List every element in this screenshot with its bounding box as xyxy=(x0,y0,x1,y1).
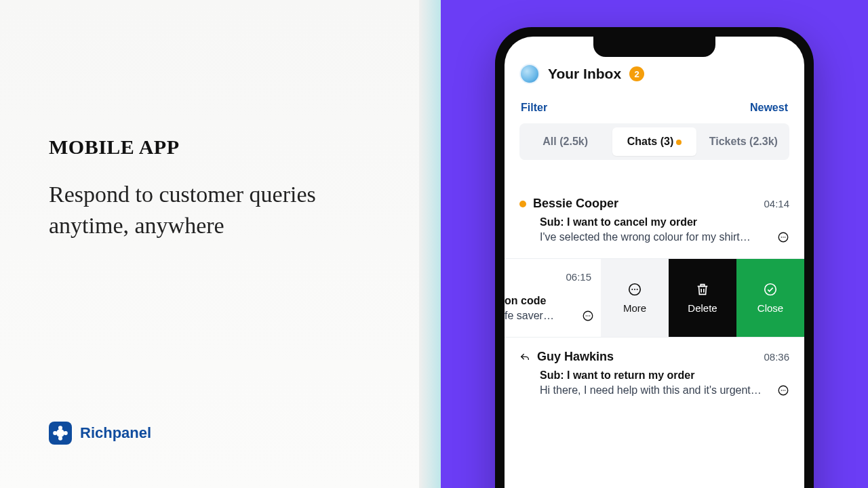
list-item[interactable]: Bessie Cooper 04:14 Sub: I want to cance… xyxy=(505,184,804,258)
page-title: Your Inbox xyxy=(548,66,621,82)
svg-point-12 xyxy=(589,315,591,317)
svg-point-1 xyxy=(59,426,62,429)
swipe-actions: More Delete Close xyxy=(601,259,804,337)
panel-divider xyxy=(419,0,441,488)
list-item[interactable]: Guy Hawkins 08:36 Sub: I want to return … xyxy=(505,337,804,411)
reply-icon xyxy=(519,352,530,363)
brand: Richpanel xyxy=(49,422,151,445)
sort-button[interactable]: Newest xyxy=(750,102,788,114)
check-circle-icon xyxy=(763,282,778,297)
device-panel: Your Inbox 2 Filter Newest All (2.5k) Ch… xyxy=(441,0,868,488)
svg-point-4 xyxy=(54,432,56,434)
svg-point-19 xyxy=(781,390,783,391)
conversation-list: Bessie Cooper 04:14 Sub: I want to cance… xyxy=(505,184,804,411)
delete-label: Delete xyxy=(688,302,717,314)
avatar[interactable] xyxy=(519,64,540,84)
status-dot-icon xyxy=(676,140,682,145)
tab-chats-label: Chats (3) xyxy=(627,136,673,147)
subject: Sub: I want to cancel my order xyxy=(519,216,789,228)
svg-point-8 xyxy=(785,237,786,238)
phone-frame: Your Inbox 2 Filter Newest All (2.5k) Ch… xyxy=(495,27,814,488)
unread-badge: 2 xyxy=(629,66,644,81)
brand-name: Richpanel xyxy=(80,424,151,442)
svg-point-16 xyxy=(637,289,638,290)
trash-icon xyxy=(695,282,710,297)
svg-point-15 xyxy=(634,289,635,290)
chat-icon xyxy=(582,310,594,322)
timestamp: 04:14 xyxy=(764,198,789,209)
delete-button[interactable]: Delete xyxy=(669,259,736,337)
headline: Respond to customer queries anytime, any… xyxy=(49,179,370,241)
tab-all[interactable]: All (2.5k) xyxy=(524,127,607,156)
sender-name: Bessie Cooper xyxy=(533,197,757,211)
svg-point-7 xyxy=(783,237,784,238)
more-icon xyxy=(627,282,642,297)
svg-point-14 xyxy=(631,289,633,290)
subject: on code xyxy=(505,295,594,307)
svg-point-21 xyxy=(785,390,786,391)
close-label: Close xyxy=(757,302,783,314)
timestamp: 08:36 xyxy=(764,351,789,363)
more-button[interactable]: More xyxy=(601,259,669,337)
svg-point-6 xyxy=(781,237,783,238)
svg-point-20 xyxy=(783,390,784,391)
tab-chats[interactable]: Chats (3) xyxy=(612,127,696,156)
sender-name: Guy Hawkins xyxy=(537,350,757,364)
svg-point-11 xyxy=(587,315,589,317)
timestamp: 06:15 xyxy=(566,271,591,283)
svg-point-17 xyxy=(765,284,776,296)
filter-button[interactable]: Filter xyxy=(521,102,547,114)
phone-screen: Your Inbox 2 Filter Newest All (2.5k) Ch… xyxy=(505,37,804,488)
tab-tickets[interactable]: Tickets (2.3k) xyxy=(702,127,785,156)
preview: fe saver… xyxy=(505,310,575,322)
unread-dot-icon xyxy=(519,201,526,207)
subject: Sub: I want to return my order xyxy=(519,369,789,382)
more-label: More xyxy=(623,302,646,314)
kicker: MOBILE APP xyxy=(49,136,370,159)
svg-point-10 xyxy=(586,315,587,317)
svg-point-0 xyxy=(57,430,64,436)
preview: I've selected the wrong colour for my sh… xyxy=(540,231,770,243)
svg-point-2 xyxy=(64,432,67,434)
preview: Hi there, I need help with this and it's… xyxy=(540,384,770,396)
brand-logo-icon xyxy=(49,422,72,445)
phone-notch xyxy=(593,37,715,57)
chat-icon xyxy=(777,231,789,243)
list-item[interactable]: 06:15 on code fe saver… More xyxy=(505,258,804,337)
chat-icon xyxy=(777,384,789,396)
close-button[interactable]: Close xyxy=(736,259,804,337)
marketing-panel: MOBILE APP Respond to customer queries a… xyxy=(0,0,419,488)
svg-point-3 xyxy=(59,437,62,440)
tabbar: All (2.5k) Chats (3) Tickets (2.3k) xyxy=(519,123,789,160)
